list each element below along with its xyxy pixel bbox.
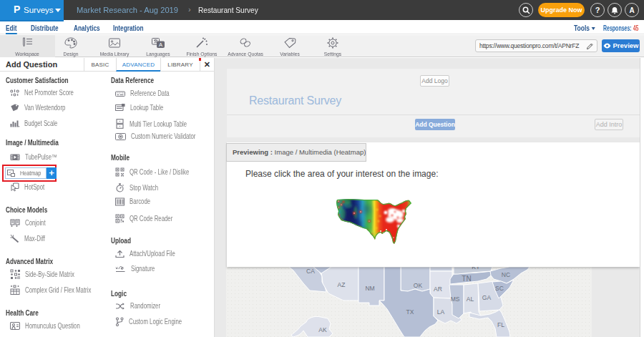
svg-text:GA: GA bbox=[482, 294, 492, 301]
svg-text:AR: AR bbox=[434, 285, 442, 293]
svg-text:A: A bbox=[159, 41, 162, 48]
svg-text:TX: TX bbox=[406, 308, 414, 316]
svg-text:NM: NM bbox=[365, 285, 374, 292]
svg-text:AK: AK bbox=[318, 326, 327, 333]
svg-text:AZ: AZ bbox=[338, 281, 346, 288]
svg-text:LA: LA bbox=[437, 308, 445, 316]
svg-text:CA: CA bbox=[306, 268, 315, 275]
svg-text:OK: OK bbox=[414, 282, 423, 289]
svg-text:MS: MS bbox=[451, 296, 460, 303]
svg-text:NC: NC bbox=[502, 271, 510, 278]
svg-text:TN: TN bbox=[462, 275, 471, 283]
svg-text:KY: KY bbox=[472, 267, 480, 270]
svg-text:AL: AL bbox=[467, 296, 474, 303]
svg-text:SC: SC bbox=[495, 285, 504, 292]
svg-text:FL: FL bbox=[497, 321, 504, 328]
